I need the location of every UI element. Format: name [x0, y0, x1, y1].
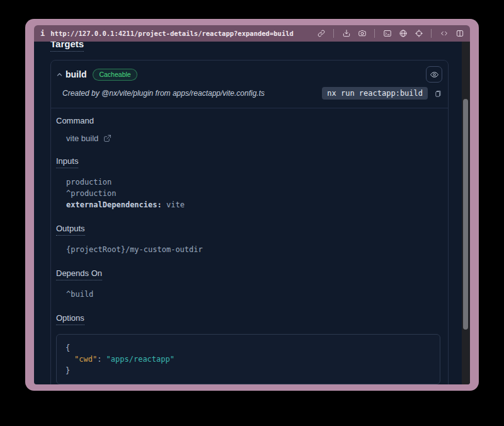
json-line: "cwd": "apps/reactapp": [66, 354, 431, 365]
address-url[interactable]: http://127.0.0.1:4211/project-details/re…: [50, 30, 294, 37]
toolbar-divider: [431, 29, 432, 38]
target-card-build: build Cacheable Created by @nx/vite/plug…: [50, 60, 449, 384]
toolbar-divider: [374, 29, 375, 38]
import-icon[interactable]: [341, 28, 352, 39]
globe-icon[interactable]: [398, 28, 408, 39]
command-section-label: Command: [56, 116, 442, 125]
split-panel-icon[interactable]: [454, 28, 465, 39]
copy-icon[interactable]: [432, 88, 442, 99]
input-item: ^production: [66, 188, 442, 199]
desktop-background: i http://127.0.0.1:4211/project-details/…: [0, 0, 504, 426]
toolbar-divider: [333, 29, 334, 38]
toolbar-actions: [316, 28, 465, 39]
depends-on-item: ^build: [66, 289, 442, 300]
build-card-header[interactable]: build Cacheable: [51, 60, 448, 83]
target-icon[interactable]: [413, 28, 424, 39]
external-link-icon[interactable]: [103, 134, 112, 143]
outputs-list: {projectRoot}/my-custom-outdir: [66, 244, 442, 255]
created-by-text: Created by @nx/vite/plugin from apps/rea…: [62, 89, 265, 98]
build-card-body: Command vite build Inputs produc: [51, 108, 448, 384]
json-line: }: [66, 365, 431, 376]
view-target-graph-button[interactable]: [426, 66, 442, 83]
inputs-list: production ^production externalDependenc…: [66, 176, 442, 210]
link-icon[interactable]: [316, 28, 326, 39]
outputs-section-label: Outputs: [56, 224, 442, 236]
vertical-scrollbar[interactable]: [462, 42, 470, 384]
inputs-section-label: Inputs: [56, 156, 442, 168]
command-value: vite build: [66, 134, 442, 143]
terminal-icon[interactable]: [382, 28, 392, 39]
depends-on-section-label: Depends On: [56, 268, 442, 280]
info-icon: i: [40, 29, 45, 38]
run-command-group: nx run reactapp:build: [322, 87, 442, 100]
code-icon[interactable]: [438, 28, 449, 39]
browser-window: i http://127.0.0.1:4211/project-details/…: [25, 19, 479, 391]
scrollbar-thumb[interactable]: [463, 99, 468, 330]
input-item: externalDependencies: vite: [66, 199, 442, 210]
cacheable-badge: Cacheable: [93, 69, 137, 81]
options-json-block: { "cwd": "apps/reactapp" }: [56, 334, 440, 384]
build-card-subheader: Created by @nx/vite/plugin from apps/rea…: [51, 83, 448, 108]
options-section-label: Options: [56, 313, 442, 325]
target-name: build: [66, 69, 86, 79]
camera-icon[interactable]: [357, 28, 367, 39]
eye-icon: [430, 70, 439, 79]
depends-on-list: ^build: [66, 289, 442, 300]
chevron-up-icon[interactable]: [54, 69, 64, 79]
browser-toolbar: i http://127.0.0.1:4211/project-details/…: [34, 25, 470, 42]
json-line: {: [66, 342, 431, 354]
run-command-chip: nx run reactapp:build: [322, 87, 428, 100]
targets-heading: Targets: [50, 42, 449, 52]
output-item: {projectRoot}/my-custom-outdir: [66, 244, 442, 255]
page-viewport: Targets build Cacheable: [34, 42, 470, 384]
project-details-content: Targets build Cacheable: [34, 42, 462, 384]
input-item: production: [66, 176, 442, 188]
